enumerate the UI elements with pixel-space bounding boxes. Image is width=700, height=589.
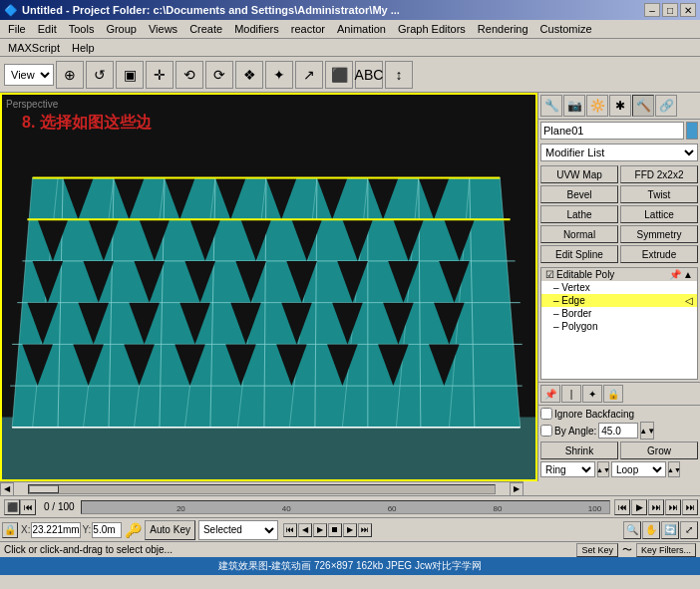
toolbar-icon-3[interactable]: ✛ [146,61,174,89]
ring-select[interactable]: Ring [540,461,595,477]
twist-button[interactable]: Twist [620,185,698,203]
symmetry-button[interactable]: Symmetry [620,225,698,243]
menu-item-edit[interactable]: Edit [32,21,63,37]
menu-item-graph-editors[interactable]: Graph Editors [392,21,472,37]
lattice-button[interactable]: Lattice [620,205,698,223]
stop-button[interactable]: ▶ [631,499,647,515]
ring-spinner[interactable]: ▲▼ [597,461,609,477]
play-button[interactable]: ⏮ [614,499,630,515]
extrude-button[interactable]: Extrude [620,245,698,263]
pb-play[interactable]: ▶ [313,523,327,537]
scroll-thumb[interactable] [29,485,59,493]
minimize-button[interactable]: – [644,3,660,17]
timeline-btn-2[interactable]: ⏮ [20,499,36,515]
scroll-track[interactable] [28,484,496,494]
tick-20: 20 [176,504,185,513]
stack-show-button[interactable]: | [561,385,581,403]
menu-item-views[interactable]: Views [143,21,183,37]
by-angle-checkbox[interactable] [540,425,552,437]
vp-pan[interactable]: ✋ [642,521,660,539]
pb-end[interactable]: ⏭ [358,523,372,537]
viewport[interactable]: Perspective 8. 选择如图这些边 [0,93,537,481]
utility-icon[interactable]: 🔆 [586,95,608,117]
vp-zoom[interactable]: 🔍 [623,521,641,539]
stack-scroll-up[interactable]: ▲ [683,269,693,280]
pb-next[interactable]: ▶ [343,523,357,537]
lock-icon[interactable]: 🔒 [2,522,18,538]
coord-y-input[interactable] [92,522,122,538]
toolbar-icon-10[interactable]: ABC [355,61,383,89]
normal-button[interactable]: Normal [540,225,618,243]
close-button[interactable]: ✕ [680,3,696,17]
ffd-button[interactable]: FFD 2x2x2 [620,165,698,183]
menu-item-maxscript[interactable]: MAXScript [2,40,66,56]
toolbar-icon-0[interactable]: ⊕ [56,61,84,89]
viewport-hscroll[interactable]: ◀ ▶ [0,481,524,495]
stack-item-polygon[interactable]: – Polygon [541,320,697,333]
menu-item-customize[interactable]: Customize [534,21,598,37]
next-button[interactable]: ⏭ [648,499,664,515]
object-name-input[interactable] [540,122,684,140]
menu-item-rendering[interactable]: Rendering [472,21,534,37]
toolbar-icon-9[interactable]: ⬛ [325,61,353,89]
view-select[interactable]: View [4,64,54,86]
toolbar-icon-7[interactable]: ✦ [265,61,293,89]
stack-lock-button[interactable]: 🔒 [603,385,623,403]
autokey-button[interactable]: Auto Key [145,520,195,540]
grow-button[interactable]: Grow [620,442,698,459]
pb-prev[interactable]: ◀ [298,523,312,537]
selected-dropdown[interactable]: Selected [198,520,278,540]
bevel-button[interactable]: Bevel [540,185,618,203]
stack-item-border[interactable]: – Border [541,307,697,320]
loop-select[interactable]: Loop [611,461,666,477]
timeline-track[interactable]: 20 40 60 80 100 [81,500,610,514]
shrink-button[interactable]: Shrink [540,442,618,459]
object-color-box[interactable] [686,122,698,140]
menu-item-reactor[interactable]: reactor [285,21,331,37]
loop-spinner[interactable]: ▲▼ [668,461,680,477]
keyfilters-button[interactable]: Key Filters... [636,543,696,557]
ignore-backfacing-checkbox[interactable] [540,408,552,420]
toolbar-icon-1[interactable]: ↺ [86,61,114,89]
create-icon[interactable]: ✱ [609,95,631,117]
keys-button[interactable]: ⏭ [682,499,698,515]
vp-max[interactable]: ⤢ [680,521,698,539]
pb-start[interactable]: ⏮ [283,523,297,537]
menu-item-create[interactable]: Create [183,21,228,37]
stack-pin-button[interactable]: 📌 [540,385,560,403]
menu-item-modifiers[interactable]: Modifiers [228,21,285,37]
by-angle-spinner[interactable]: ▲▼ [640,422,654,440]
toolbar-icon-6[interactable]: ❖ [235,61,263,89]
stack-item-edge[interactable]: – Edge ◁ [541,294,697,307]
menu-item-tools[interactable]: Tools [63,21,101,37]
toolbar-icon-2[interactable]: ▣ [116,61,144,89]
modifier-list-dropdown[interactable]: Modifier List [540,144,698,161]
toolbar-icon-11[interactable]: ↕ [385,61,413,89]
by-angle-input[interactable] [598,423,638,439]
stack-item-vertex[interactable]: – Vertex [541,281,697,294]
stack-highlight-button[interactable]: ✦ [582,385,602,403]
motion-icon[interactable]: 🔧 [540,95,562,117]
vp-orbit[interactable]: 🔄 [661,521,679,539]
setkey-button[interactable]: Set Key [576,543,618,557]
lathe-button[interactable]: Lathe [540,205,618,223]
menu-item-file[interactable]: File [2,21,32,37]
scroll-left-button[interactable]: ◀ [0,482,14,496]
scroll-right-button[interactable]: ▶ [510,482,524,496]
edit-spline-button[interactable]: Edit Spline [540,245,618,263]
toolbar-icon-8[interactable]: ↗ [295,61,323,89]
timeline-btn-1[interactable]: ⬛ [4,499,20,515]
menu-item-group[interactable]: Group [100,21,143,37]
end-button[interactable]: ⏭ [665,499,681,515]
menu-item-help[interactable]: Help [66,40,101,56]
menu-item-animation[interactable]: Animation [331,21,392,37]
hierarchy-icon[interactable]: 🔗 [655,95,677,117]
coord-x-input[interactable] [31,522,81,538]
uvw-map-button[interactable]: UVW Map [540,165,618,183]
modify-icon[interactable]: 🔨 [632,95,654,117]
toolbar-icon-4[interactable]: ⟲ [175,61,203,89]
maximize-button[interactable]: □ [662,3,678,17]
display-icon[interactable]: 📷 [563,95,585,117]
pb-stop[interactable]: ⏹ [328,523,342,537]
toolbar-icon-5[interactable]: ⟳ [205,61,233,89]
